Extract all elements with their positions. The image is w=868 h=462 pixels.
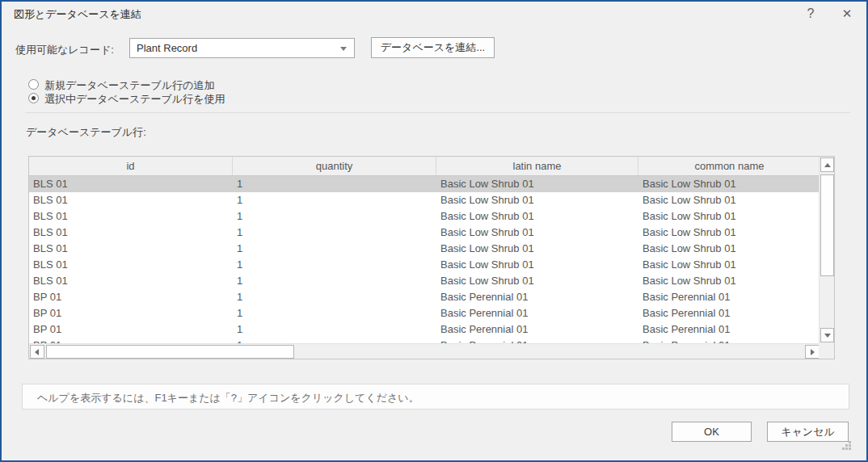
table-row[interactable]: BLS 011Basic Low Shrub 01Basic Low Shrub… bbox=[29, 176, 820, 192]
chevron-down-icon bbox=[340, 47, 347, 51]
table-cell: BLS 01 bbox=[29, 225, 233, 241]
scroll-left-button[interactable] bbox=[30, 345, 44, 359]
table-cell: 1 bbox=[233, 321, 436, 338]
table-cell: BP 01 bbox=[29, 305, 233, 321]
table-cell: Basic Low Shrub 01 bbox=[436, 225, 638, 241]
triangle-right-icon bbox=[811, 349, 815, 355]
table-cell: Basic Perennial 01 bbox=[638, 321, 820, 338]
table-cell: Basic Perennial 01 bbox=[638, 305, 820, 321]
table-cell: Basic Perennial 01 bbox=[436, 321, 638, 338]
vertical-scrollbar-thumb[interactable] bbox=[820, 174, 834, 276]
table-cell: Basic Low Shrub 01 bbox=[436, 241, 638, 257]
table-cell: Basic Low Shrub 01 bbox=[638, 257, 820, 273]
table-cell: Basic Low Shrub 01 bbox=[436, 192, 638, 208]
table-cell: Basic Low Shrub 01 bbox=[638, 208, 820, 225]
close-icon[interactable]: ✕ bbox=[838, 5, 856, 23]
help-message-box: ヘルプを表示するには、F1キーまたは「?」アイコンをクリックしてください。 bbox=[22, 384, 849, 410]
cancel-button[interactable]: キャンセル bbox=[767, 422, 849, 442]
table-cell: Basic Low Shrub 01 bbox=[436, 273, 638, 289]
table-cell: Basic Low Shrub 01 bbox=[436, 257, 638, 273]
table-cell: BLS 01 bbox=[29, 176, 233, 192]
scroll-down-button[interactable] bbox=[820, 328, 834, 342]
table-cell: Basic Low Shrub 01 bbox=[638, 273, 820, 289]
column-header-id[interactable]: id bbox=[29, 157, 233, 175]
table-row[interactable]: BLS 011Basic Low Shrub 01Basic Low Shrub… bbox=[29, 273, 820, 289]
scrollbar-corner bbox=[819, 343, 834, 359]
horizontal-scrollbar[interactable] bbox=[29, 343, 820, 359]
table-cell: 1 bbox=[233, 289, 436, 305]
section-divider bbox=[26, 112, 850, 113]
table-cell: 1 bbox=[233, 208, 436, 225]
ok-button[interactable]: OK bbox=[672, 422, 752, 442]
dialog-title: 図形とデータベースを連結 bbox=[14, 7, 141, 22]
table-cell: BLS 01 bbox=[29, 241, 233, 257]
table-cell: BLS 01 bbox=[29, 257, 233, 273]
table-cell: 1 bbox=[233, 192, 436, 208]
link-database-button[interactable]: データベースを連結... bbox=[371, 37, 495, 58]
horizontal-scrollbar-thumb[interactable] bbox=[46, 345, 294, 359]
record-combobox-value: Plant Record bbox=[137, 42, 197, 54]
table-cell: BP 01 bbox=[29, 321, 233, 338]
database-table-rows-label: データベーステーブル行: bbox=[26, 125, 146, 140]
triangle-up-icon bbox=[824, 163, 831, 167]
table-cell: 1 bbox=[233, 176, 436, 192]
table-cell: BP 01 bbox=[29, 289, 233, 305]
record-combobox[interactable]: Plant Record bbox=[129, 38, 355, 58]
column-header-latin-name[interactable]: latin name bbox=[436, 157, 638, 175]
radio-icon[interactable] bbox=[28, 93, 39, 103]
title-bar: 図形とデータベースを連結 ? ✕ bbox=[2, 2, 866, 26]
table-cell: BLS 01 bbox=[29, 192, 233, 208]
table-row[interactable]: BLS 011Basic Low Shrub 01Basic Low Shrub… bbox=[29, 241, 820, 257]
table-row[interactable]: BP 011Basic Perennial 01Basic Perennial … bbox=[29, 321, 820, 338]
help-icon[interactable]: ? bbox=[802, 5, 820, 23]
scroll-right-button[interactable] bbox=[805, 345, 820, 359]
table-cell: Basic Low Shrub 01 bbox=[436, 176, 638, 192]
table-cell: Basic Low Shrub 01 bbox=[436, 208, 638, 225]
database-rows-table: id quantity latin name common name BLS 0… bbox=[28, 156, 835, 359]
scroll-up-button[interactable] bbox=[820, 158, 834, 172]
table-header: id quantity latin name common name bbox=[29, 157, 820, 176]
table-row[interactable]: BP 011Basic Perennial 01Basic Perennial … bbox=[29, 289, 820, 305]
table-cell: Basic Low Shrub 01 bbox=[638, 176, 820, 192]
table-cell: BLS 01 bbox=[29, 208, 233, 225]
table-cell: 1 bbox=[233, 241, 436, 257]
column-header-common-name[interactable]: common name bbox=[638, 157, 820, 175]
triangle-down-icon bbox=[824, 334, 831, 338]
radio-icon[interactable] bbox=[28, 79, 39, 90]
table-cell: 1 bbox=[233, 257, 436, 273]
table-row[interactable]: BP 011Basic Perennial 01Basic Perennial … bbox=[29, 305, 820, 321]
radio-use-selected-row-label: 選択中データベーステーブル行を使用 bbox=[44, 92, 225, 107]
table-cell: 1 bbox=[233, 305, 436, 321]
available-record-label: 使用可能なレコード: bbox=[15, 43, 114, 57]
table-cell: Basic Perennial 01 bbox=[436, 289, 638, 305]
triangle-left-icon bbox=[35, 349, 39, 355]
vertical-scrollbar[interactable] bbox=[819, 157, 834, 343]
help-message-text: ヘルプを表示するには、F1キーまたは「?」アイコンをクリックしてください。 bbox=[37, 391, 419, 405]
table-cell: Basic Perennial 01 bbox=[436, 305, 638, 321]
table-cell: Basic Low Shrub 01 bbox=[638, 225, 820, 241]
table-cell: Basic Low Shrub 01 bbox=[638, 192, 820, 208]
table-cell: 1 bbox=[233, 225, 436, 241]
table-row[interactable]: BLS 011Basic Low Shrub 01Basic Low Shrub… bbox=[29, 257, 820, 273]
table-row[interactable]: BLS 011Basic Low Shrub 01Basic Low Shrub… bbox=[29, 192, 820, 208]
resize-grip[interactable] bbox=[842, 441, 852, 451]
table-body: BLS 011Basic Low Shrub 01Basic Low Shrub… bbox=[29, 176, 820, 345]
table-row[interactable]: BLS 011Basic Low Shrub 01Basic Low Shrub… bbox=[29, 225, 820, 241]
link-shapes-database-dialog: 図形とデータベースを連結 ? ✕ 使用可能なレコード: Plant Record… bbox=[0, 0, 868, 462]
table-cell: Basic Perennial 01 bbox=[638, 289, 820, 305]
radio-add-new-row-label: 新規データベーステーブル行の追加 bbox=[44, 78, 214, 93]
table-cell: BLS 01 bbox=[29, 273, 233, 289]
column-header-quantity[interactable]: quantity bbox=[233, 157, 436, 175]
table-row[interactable]: BLS 011Basic Low Shrub 01Basic Low Shrub… bbox=[29, 208, 820, 225]
table-cell: 1 bbox=[233, 273, 436, 289]
table-cell: Basic Low Shrub 01 bbox=[638, 241, 820, 257]
